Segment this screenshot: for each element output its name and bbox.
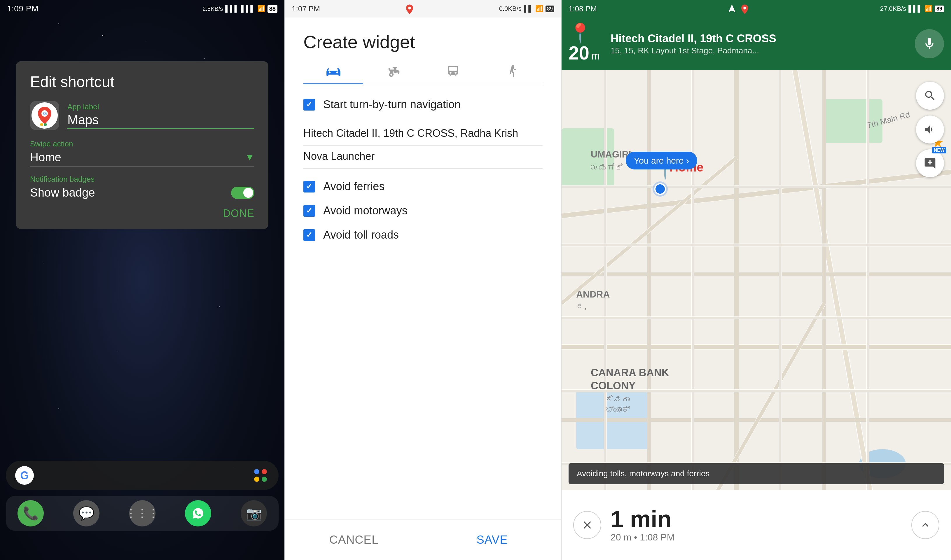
checkbox-toll[interactable] <box>303 229 315 241</box>
bike-icon <box>386 64 401 79</box>
badge-text: Show badge <box>30 186 95 199</box>
distance-display: 20 m <box>569 42 600 64</box>
panel2-status-center <box>404 3 415 14</box>
volume-icon <box>923 123 936 136</box>
checkbox-motorways-row: Avoid motorways <box>303 205 543 217</box>
status-icons-3: 27.0KB/s ▌▌▌ 📶 89 <box>880 5 944 12</box>
checkbox-nav-row: Start turn-by-turn navigation <box>303 98 543 111</box>
nav-distance-time: 20 m • 1:08 PM <box>611 532 911 543</box>
distance-info: 📍 20 m <box>569 24 603 64</box>
svg-rect-4 <box>44 123 47 126</box>
checkbox-nav[interactable] <box>303 99 315 111</box>
distance-number: 20 <box>569 42 589 64</box>
app-info-row: G App label <box>30 101 254 130</box>
data-speed-3: 27.0KB/s <box>880 5 906 12</box>
panel2-footer: CANCEL SAVE <box>285 519 561 560</box>
map-tooltip: Avoiding tolls, motorways and ferries <box>569 463 944 484</box>
walk-icon <box>505 64 520 79</box>
add-comment-icon <box>923 157 936 170</box>
svg-text:ಉಮಗಿರಿ: ಉಮಗಿರಿ <box>591 163 623 172</box>
comment-fab-button[interactable] <box>916 149 944 177</box>
destination-field[interactable]: Hitech Citadel II, 19th C CROSS, Radha K… <box>303 123 543 146</box>
panel-edit-shortcut: 1:09 PM 2.5KB/s ▌▌▌ ▌▌▌ 📶 88 Edit shortc… <box>0 0 285 560</box>
wifi-icon-1: 📶 <box>257 5 265 12</box>
checkbox-ferries[interactable] <box>303 181 315 192</box>
battery-3: 89 <box>935 6 944 12</box>
bottom-dock: 📞 💬 ⋮⋮⋮ 📷 <box>6 496 279 531</box>
transport-tabs <box>303 64 543 84</box>
tab-car[interactable] <box>303 64 363 84</box>
done-button[interactable]: DONE <box>223 208 254 220</box>
show-badge-toggle[interactable] <box>231 187 254 199</box>
tab-bike[interactable] <box>363 64 423 84</box>
cancel-button[interactable]: CANCEL <box>285 520 423 560</box>
signal-icon-2: ▌▌ <box>524 5 533 12</box>
tab-walk[interactable] <box>483 64 543 84</box>
app-name-input[interactable] <box>68 112 254 129</box>
swipe-dropdown[interactable]: Home ▼ <box>30 151 254 166</box>
svg-rect-8 <box>449 67 457 71</box>
expand-nav-button[interactable] <box>911 511 939 539</box>
google-search-bar[interactable]: G <box>6 461 279 490</box>
volume-fab-button[interactable] <box>916 115 944 143</box>
app-label-text: App label <box>68 102 254 111</box>
dock-apps-icon[interactable]: ⋮⋮⋮ <box>129 500 155 526</box>
checkbox-motorways[interactable] <box>303 205 315 217</box>
app-name-field[interactable]: Nova Launcher <box>303 146 543 169</box>
data-speed-2: 0.0KB/s <box>499 5 522 12</box>
chevron-up-icon <box>919 518 932 531</box>
search-fab-button[interactable] <box>916 82 944 110</box>
battery-2: 89 <box>546 6 554 12</box>
close-icon <box>581 518 594 531</box>
checkbox-toll-label: Avoid toll roads <box>323 229 399 241</box>
battery-1: 88 <box>268 5 277 13</box>
google-dots-icon <box>252 467 269 484</box>
search-icon <box>923 89 936 102</box>
dock-whatsapp-icon[interactable] <box>185 500 211 526</box>
checkbox-ferries-label: Avoid ferries <box>323 180 385 193</box>
status-bar-2: 1:07 PM 0.0KB/s ▌▌ 📶 89 <box>285 0 561 17</box>
you-are-here-bubble[interactable]: You are here <box>626 152 697 169</box>
status-bar-1: 1:09 PM 2.5KB/s ▌▌▌ ▌▌▌ 📶 88 <box>0 0 285 17</box>
checkbox-motorways-label: Avoid motorways <box>323 205 408 217</box>
tab-transit[interactable] <box>423 64 483 84</box>
svg-text:COLONY: COLONY <box>591 380 636 392</box>
svg-text:ದ,: ದ, <box>576 302 587 311</box>
tooltip-text: Avoiding tolls, motorways and ferries <box>577 469 709 478</box>
save-button[interactable]: SAVE <box>423 520 561 560</box>
current-location-dot <box>654 183 666 195</box>
mic-button[interactable] <box>915 29 944 58</box>
maps-icon-3 <box>740 3 750 14</box>
wifi-icon-2: 📶 <box>535 5 543 12</box>
dock-messages-icon[interactable]: 💬 <box>73 500 100 526</box>
checkbox-toll-row: Avoid toll roads <box>303 229 543 241</box>
status-icons-2: 0.0KB/s ▌▌ 📶 89 <box>499 5 554 12</box>
status-bar-3: 1:08 PM 27.0KB/s ▌▌▌ 📶 89 <box>562 0 951 17</box>
dest-address: 15, 15, RK Layout 1st Stage, Padmana... <box>611 46 908 55</box>
map-area: 7th Main Rd UMAGIRI ಉಮಗಿರಿ ANDRA ದ, CANA… <box>562 70 951 560</box>
nav-time-info: 1 min 20 m • 1:08 PM <box>611 508 911 543</box>
status-time-3: 1:08 PM <box>569 5 597 14</box>
signal-icon-3: ▌▌▌ <box>908 5 922 12</box>
dock-phone-icon[interactable]: 📞 <box>17 500 44 526</box>
svg-text:CANARA BANK: CANARA BANK <box>591 367 669 378</box>
google-logo: G <box>15 466 34 485</box>
signal2-icon-1: ▌▌▌ <box>241 5 255 12</box>
wifi-icon-3: 📶 <box>925 5 933 12</box>
panel-create-widget: 1:07 PM 0.0KB/s ▌▌ 📶 89 Create widget <box>285 0 562 560</box>
dock-camera-icon[interactable]: 📷 <box>241 500 267 526</box>
nav-header: 📍 20 m Hitech Citadel II, 19th C CROSS 1… <box>562 17 951 70</box>
mic-icon <box>922 37 936 51</box>
svg-rect-3 <box>40 123 43 126</box>
svg-point-12 <box>743 7 746 10</box>
nav-arrow-icon <box>727 3 737 14</box>
transit-icon <box>445 64 461 79</box>
panel3-status-center <box>727 3 750 14</box>
dropdown-arrow-icon: ▼ <box>245 152 254 163</box>
svg-point-6 <box>408 7 411 10</box>
close-nav-button[interactable] <box>573 511 601 539</box>
svg-text:G: G <box>43 111 47 116</box>
destination-value: Hitech Citadel II, 19th C CROSS, Radha K… <box>303 127 518 139</box>
dialog-title: Edit shortcut <box>30 73 254 91</box>
status-icons-1: 2.5KB/s ▌▌▌ ▌▌▌ 📶 88 <box>202 5 277 13</box>
